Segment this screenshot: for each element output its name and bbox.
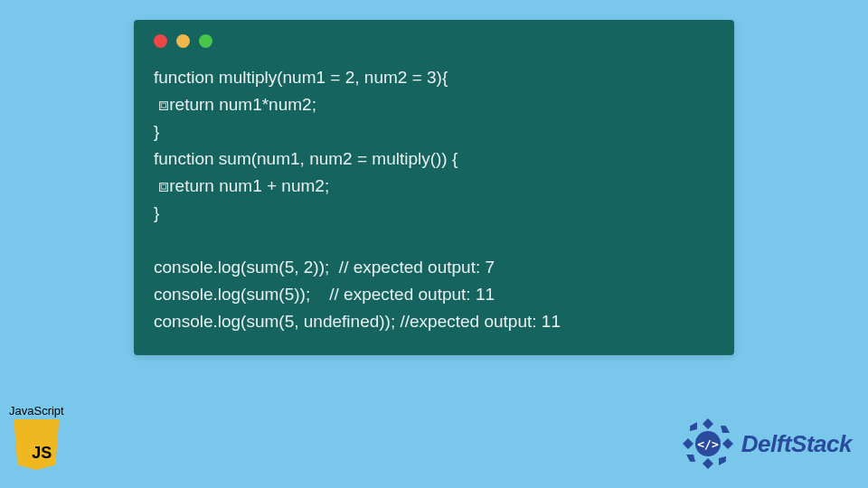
- minimize-icon: [176, 34, 190, 48]
- close-icon: [154, 34, 167, 48]
- delftstack-icon: </>: [680, 416, 736, 472]
- brand-name: DelftStack: [741, 430, 852, 458]
- maximize-icon: [199, 34, 212, 48]
- svg-text:</>: </>: [697, 437, 719, 451]
- javascript-badge: JavaScript: [9, 404, 64, 470]
- javascript-icon: [14, 419, 59, 470]
- brand-logo: </> DelftStack: [680, 416, 852, 472]
- window-controls: [154, 34, 714, 48]
- code-panel: function multiply(num1 = 2, num2 = 3){ ⧈…: [134, 20, 734, 355]
- javascript-label: JavaScript: [9, 404, 64, 418]
- code-snippet: function multiply(num1 = 2, num2 = 3){ ⧈…: [154, 64, 714, 335]
